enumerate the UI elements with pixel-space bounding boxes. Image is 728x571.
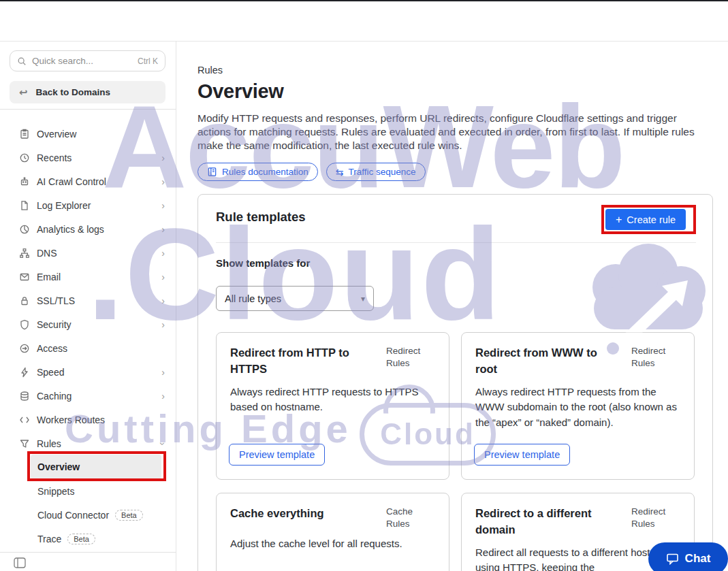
preview-template-button[interactable]: Preview template: [474, 444, 570, 466]
sidebar-item-security[interactable]: Security ›: [0, 312, 176, 336]
search-shortcut-hint: Ctrl K: [138, 56, 158, 66]
sidebar-bottom-separator: [0, 552, 176, 553]
cloudflare-dashboard: .. Ctrl K ↩ Back to Domains Overview Rec…: [0, 0, 728, 571]
subitem-cloud-connector[interactable]: Cloud Connector Beta: [31, 503, 161, 527]
sidebar-item-analytics[interactable]: Analytics & logs ›: [0, 217, 176, 241]
sidebar-nav: Overview Recents › AI Crawl Control › Lo…: [0, 122, 176, 455]
email-icon: [19, 272, 30, 282]
card-rule-type: Cache Rules: [386, 506, 435, 529]
create-rule-button[interactable]: + Create rule: [605, 209, 686, 230]
collapse-sidebar-icon[interactable]: [14, 557, 26, 571]
sidebar-item-email[interactable]: Email ›: [0, 265, 176, 289]
chevron-right-icon: ›: [161, 153, 165, 163]
rule-type-select-value: All rule types: [225, 293, 281, 304]
clock-icon: [19, 152, 30, 163]
sidebar-item-label: Overview: [37, 129, 76, 140]
subitem-label: Cloud Connector: [37, 510, 109, 521]
sidebar-item-workers-routes[interactable]: Workers Routes: [0, 408, 176, 431]
sidebar-item-label: Workers Routes: [37, 414, 105, 425]
document-icon: [19, 200, 30, 211]
card-title: Redirect to a different domain: [475, 506, 622, 538]
sidebar-item-dns[interactable]: DNS ›: [0, 241, 176, 265]
template-card-www-to-root[interactable]: Redirect from WWW to root Redirect Rules…: [461, 332, 695, 480]
topbar: [0, 1, 728, 42]
rules-subnav: Overview Snippets Cloud Connector Beta T…: [31, 455, 161, 551]
card-title: Cache everything: [230, 506, 377, 529]
chevron-down-icon: ›: [159, 442, 168, 445]
preview-template-button[interactable]: Preview template: [229, 444, 325, 466]
sidebar-item-label: DNS: [37, 248, 57, 259]
card-title: Redirect from WWW to root: [475, 345, 622, 378]
chevron-right-icon: ›: [161, 391, 165, 401]
sidebar-separator: [0, 109, 176, 110]
card-rule-type: Redirect Rules: [631, 345, 680, 378]
rule-templates-panel: Rule templates Show templates for All ru…: [197, 194, 713, 571]
subitem-overview[interactable]: Overview: [31, 455, 161, 479]
filter-label: Show templates for: [216, 257, 310, 269]
rules-documentation-label: Rules documentation: [222, 167, 308, 177]
sidebar-item-label: Recents: [37, 152, 72, 163]
book-icon: [207, 167, 217, 177]
sidebar-item-log-explorer[interactable]: Log Explorer ›: [0, 193, 176, 217]
search-icon: [17, 56, 27, 66]
back-to-domains-button[interactable]: ↩ Back to Domains: [10, 81, 165, 103]
sidebar-item-overview[interactable]: Overview: [0, 122, 176, 146]
card-rule-type: Redirect Rules: [631, 506, 680, 538]
page-description: Modify HTTP requests and responses, perf…: [197, 112, 705, 152]
subitem-snippets[interactable]: Snippets: [31, 479, 161, 503]
quick-search[interactable]: Ctrl K: [10, 50, 165, 71]
back-arrow-icon: ↩: [19, 86, 28, 99]
chevron-right-icon: ›: [161, 272, 165, 282]
rule-type-select[interactable]: All rule types ▾: [216, 286, 374, 311]
search-input[interactable]: [32, 56, 132, 66]
sidebar-item-label: Access: [37, 343, 67, 354]
sidebar-item-speed[interactable]: Speed ›: [0, 360, 176, 384]
chat-button[interactable]: Chat: [648, 542, 728, 571]
subitem-trace[interactable]: Trace Beta: [31, 527, 161, 551]
code-brackets-icon: [19, 414, 30, 425]
panel-title: Rule templates: [216, 210, 306, 225]
sidebar-item-label: Rules: [37, 438, 61, 449]
lightning-icon: [19, 367, 30, 378]
sidebar-item-access[interactable]: Access: [0, 336, 176, 360]
template-card-http-to-https[interactable]: Redirect from HTTP to HTTPS Redirect Rul…: [216, 332, 449, 480]
breadcrumb[interactable]: Rules: [197, 65, 223, 76]
sidebar-item-ai-crawl-control[interactable]: AI Crawl Control ›: [0, 169, 176, 193]
subitem-label: Trace: [37, 534, 61, 544]
traffic-sequence-label: Traffic sequence: [349, 167, 416, 177]
sidebar-item-recents[interactable]: Recents ›: [0, 146, 176, 169]
access-icon: [19, 343, 30, 354]
card-rule-type: Redirect Rules: [386, 345, 435, 378]
rules-funnel-icon: [19, 438, 30, 449]
sidebar-divider: [176, 1, 176, 571]
sidebar-item-ssl-tls[interactable]: SSL/TLS ›: [0, 289, 176, 312]
card-title: Redirect from HTTP to HTTPS: [230, 345, 377, 378]
analytics-icon: [19, 224, 30, 235]
sidebar-item-label: Analytics & logs: [37, 224, 104, 235]
card-description: Adjust the cache level for all requests.: [230, 536, 435, 552]
lock-icon: [19, 295, 30, 306]
sidebar-item-rules[interactable]: Rules ›: [0, 431, 176, 455]
panel-separator: [216, 242, 696, 243]
page-title: Overview: [197, 80, 284, 103]
robot-icon: [19, 176, 30, 187]
beta-badge: Beta: [67, 534, 95, 544]
chevron-right-icon: ›: [161, 248, 165, 258]
chevron-right-icon: ›: [161, 296, 165, 306]
sidebar-item-caching[interactable]: Caching ›: [0, 384, 176, 408]
sidebar-item-label: Log Explorer: [37, 200, 91, 211]
rules-documentation-button[interactable]: Rules documentation: [197, 163, 318, 181]
template-card-cache-everything[interactable]: Cache everything Cache Rules Adjust the …: [216, 493, 449, 571]
create-rule-label: Create rule: [627, 214, 676, 225]
sidebar-item-label: AI Crawl Control: [37, 176, 106, 187]
clipboard-icon: [19, 129, 30, 140]
swap-arrows-icon: ⇆: [336, 167, 344, 178]
chevron-right-icon: ›: [161, 225, 165, 234]
sidebar-item-label: SSL/TLS: [37, 295, 75, 306]
traffic-sequence-button[interactable]: ⇆ Traffic sequence: [326, 163, 426, 181]
card-description: Always redirect HTTP requests from the W…: [475, 385, 680, 431]
dns-icon: [19, 248, 30, 259]
chevron-right-icon: ›: [161, 320, 165, 329]
chevron-right-icon: ›: [161, 177, 165, 186]
subitem-label: Overview: [37, 461, 80, 472]
